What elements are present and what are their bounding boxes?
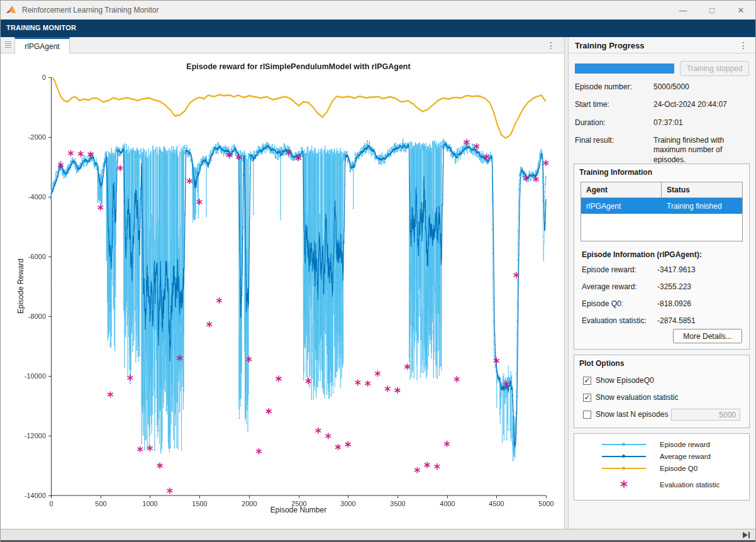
progress-fill [575, 64, 674, 74]
training-plot-canvas[interactable] [1, 54, 564, 529]
window-title: Reinforcement Learning Training Monitor [22, 6, 158, 14]
table-row[interactable]: rlPGAgent Training finished [581, 198, 742, 214]
episode-q0-value: -818.0926 [657, 299, 691, 308]
status-column-header[interactable]: Status [662, 182, 742, 197]
chart-title: Episode reward for rlSimplePendulumModel… [51, 62, 546, 71]
legend-item-episode-reward: Episode reward [602, 438, 749, 450]
agent-column-header[interactable]: Agent [581, 182, 662, 197]
matlab-logo-icon [6, 4, 17, 16]
episode-number-row: Episode number: 5000/5000 [575, 82, 749, 92]
training-figure: Episode reward for rlSimplePendulumModel… [1, 54, 564, 529]
panel-header: Training Progress ⋮ [569, 37, 755, 53]
more-details-button[interactable]: More Details... [673, 329, 742, 343]
legend-average-reward-label: Average reward [660, 453, 711, 460]
evaluation-statistic-row: Evaluation statistic: -2874.5851 [582, 316, 749, 325]
episode-reward-value: -3417.9613 [657, 265, 696, 274]
episode-number-value: 5000/5000 [653, 82, 749, 92]
final-result-value: Training finished with maximum number of… [653, 136, 749, 165]
start-time-row: Start time: 24-Oct-2024 20:44:07 [575, 100, 749, 109]
tab-overflow-menu-icon[interactable]: ⋮ [547, 41, 555, 50]
y-axis-label: Episode Reward [16, 248, 25, 324]
legend-item-evaluation-statistic: Evaluation statistic [602, 478, 749, 490]
evaluation-statistic-label: Evaluation statistic: [582, 316, 657, 325]
training-progress-bar [575, 64, 674, 74]
plot-options-group: Plot Options ✓ Show EpisodeQ0 ✓ Show eva… [574, 355, 750, 428]
episode-reward-row: Episode reward: -3417.9613 [582, 265, 749, 274]
duration-value: 07:37:01 [653, 118, 749, 128]
tab-rlpgagent[interactable]: rlPGAgent [14, 37, 70, 53]
start-time-label: Start time: [575, 100, 653, 109]
panel-menu-icon[interactable]: ⋮ [739, 41, 748, 50]
average-reward-value: -3255.223 [657, 282, 691, 291]
window-controls: — □ ✕ [669, 1, 755, 19]
ribbon-tab-training-monitor[interactable]: TRAINING MONITOR [1, 19, 755, 31]
show-episodeq0-label: Show EpisodeQ0 [596, 376, 654, 385]
start-time-value: 24-Oct-2024 20:44:07 [653, 100, 749, 109]
final-result-label: Final result: [575, 136, 653, 165]
evaluation-statistic-value: -2874.5851 [657, 316, 696, 325]
episode-q0-swatch-icon [602, 464, 646, 472]
tab-strip: rlPGAgent ⋮ [1, 37, 564, 53]
chart-legend: Episode reward Average reward Episode Q0 [574, 433, 750, 501]
show-last-n-episodes-checkbox[interactable] [583, 411, 591, 419]
average-reward-row: Average reward: -3255.223 [582, 282, 749, 291]
average-reward-label: Average reward: [582, 282, 657, 291]
minimize-button[interactable]: — [669, 1, 698, 19]
plot-options-title: Plot Options [574, 355, 749, 369]
tab-grip-icon[interactable] [5, 41, 11, 48]
show-last-n-episodes-label: Show last N episodes [596, 410, 668, 419]
x-axis-label: Episode Number [51, 506, 546, 514]
episode-information-title: Episode Information (rlPGAgent): [582, 250, 749, 259]
legend-item-episode-q0: Episode Q0 [602, 462, 749, 474]
show-last-n-episodes-row: Show last N episodes [583, 409, 749, 420]
progress-info-rows: Episode number: 5000/5000 Start time: 24… [575, 82, 749, 165]
app-window: Reinforcement Learning Training Monitor … [0, 0, 756, 542]
agent-status-table: Agent Status rlPGAgent Training finished [581, 182, 743, 241]
document-pane: rlPGAgent ⋮ Episode reward for rlSimpleP… [1, 37, 564, 529]
pane-divider[interactable] [564, 37, 569, 529]
show-episodeq0-checkbox[interactable]: ✓ [583, 377, 591, 385]
legend-episode-q0-label: Episode Q0 [660, 465, 698, 472]
agent-cell: rlPGAgent [581, 198, 662, 214]
bottom-status-strip [1, 529, 755, 540]
main-area: rlPGAgent ⋮ Episode reward for rlSimpleP… [1, 37, 755, 529]
episode-stat-rows: Episode reward: -3417.9613 Average rewar… [582, 265, 749, 325]
training-information-title: Training Information [574, 164, 749, 178]
titlebar: Reinforcement Learning Training Monitor … [1, 1, 755, 19]
progress-row: Training stopped [575, 61, 749, 76]
episode-reward-label: Episode reward: [582, 265, 657, 274]
episode-reward-swatch-icon [602, 440, 646, 448]
duration-row: Duration: 07:37:01 [575, 118, 749, 128]
average-reward-swatch-icon [602, 452, 646, 460]
show-evaluation-statistic-label: Show evaluation statistic [596, 393, 678, 402]
expand-right-arrow-icon[interactable] [743, 532, 752, 538]
maximize-button[interactable]: □ [698, 1, 726, 19]
table-header-row: Agent Status [581, 182, 742, 198]
legend-episode-reward-label: Episode reward [660, 441, 710, 448]
training-information-group: Training Information Agent Status rlPGAg… [574, 163, 750, 350]
episode-q0-label: Episode Q0: [582, 299, 657, 308]
show-episodeq0-row: ✓ Show EpisodeQ0 [583, 375, 749, 386]
training-progress-panel: Training Progress ⋮ Training stopped Epi… [569, 37, 755, 529]
evaluation-statistic-star-icon [602, 480, 646, 490]
panel-title: Training Progress [569, 37, 755, 50]
last-n-episodes-input[interactable] [671, 409, 740, 421]
legend-evaluation-statistic-label: Evaluation statistic [660, 481, 720, 489]
toolstrip-ribbon: TRAINING MONITOR [1, 19, 755, 37]
close-button[interactable]: ✕ [726, 1, 755, 19]
episode-number-label: Episode number: [575, 82, 653, 92]
status-cell: Training finished [662, 198, 742, 214]
legend-item-average-reward: Average reward [602, 450, 749, 462]
duration-label: Duration: [575, 118, 653, 128]
show-evaluation-statistic-row: ✓ Show evaluation statistic [583, 392, 749, 403]
training-stopped-button[interactable]: Training stopped [680, 61, 749, 76]
show-evaluation-statistic-checkbox[interactable]: ✓ [583, 394, 591, 402]
episode-q0-row: Episode Q0: -818.0926 [582, 299, 749, 308]
final-result-row: Final result: Training finished with max… [575, 136, 749, 165]
